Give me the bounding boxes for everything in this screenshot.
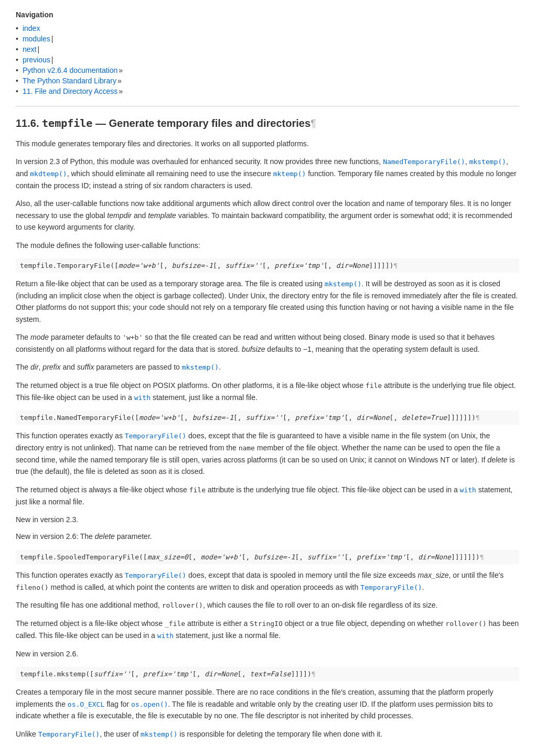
func-sig-temporaryfile: tempfile.TemporaryFile([mode='w+b'[, buf…: [16, 258, 519, 273]
link-mktemp[interactable]: mktemp(): [273, 169, 306, 178]
section-divider: [16, 106, 519, 106]
spooled-para-2: The resulting file has one additional me…: [16, 599, 519, 611]
version-note-26-delete: New in version 2.6: The delete parameter…: [16, 531, 519, 542]
link-temporaryfile-ref1[interactable]: TemporaryFile(): [125, 431, 186, 440]
link-mkstemp-ref3[interactable]: mkstemp(): [141, 730, 177, 738]
nav-link-previous[interactable]: previous: [23, 56, 50, 64]
func-sig-namedtemporaryfile: tempfile.NamedTemporaryFile([mode='w+b'[…: [16, 411, 519, 425]
intro-para-3: Also, all the user-callable functions no…: [16, 198, 519, 233]
link-os-o-excl[interactable]: os.O_EXCL: [68, 700, 104, 708]
link-mkdtemp[interactable]: mkdtemp(): [30, 169, 67, 178]
main-content: 11.6. tempfile — Generate temporary file…: [16, 117, 519, 740]
nav-item-stdlib: The Python Standard Library »: [16, 77, 519, 85]
func-mkstemp: tempfile.mkstemp([suffix=''[, prefix='tm…: [16, 667, 519, 740]
func-sig-spooledtemporaryfile: tempfile.SpooledTemporaryFile([max_size=…: [16, 550, 519, 564]
link-mkstemp[interactable]: mkstemp(): [469, 157, 506, 166]
nav-item-modules: modules |: [16, 35, 519, 43]
mkstemp-para-2: Unlike TemporaryFile(), the user of mkst…: [16, 728, 519, 740]
link-mkstemp-ref1[interactable]: mkstemp(): [325, 279, 361, 288]
nav-link-modules[interactable]: modules: [23, 35, 50, 43]
link-os-open[interactable]: os.open(): [131, 700, 168, 708]
spooled-para-3: The returned object is a file-like objec…: [16, 618, 519, 642]
nav-item-index: index: [16, 24, 519, 33]
mkstemp-para-1: Creates a temporary file in the most sec…: [16, 686, 519, 722]
link-temporaryfile-ref4[interactable]: TemporaryFile(): [38, 730, 100, 738]
func-sig-mkstemp: tempfile.mkstemp([suffix=''[, prefix='tm…: [16, 667, 519, 681]
temporaryfile-para-1: Return a file-like object that can be us…: [16, 278, 519, 325]
func-spooledtemporaryfile: tempfile.SpooledTemporaryFile([max_size=…: [16, 550, 519, 660]
nav-link-python264[interactable]: Python v2.6.4 documentation: [23, 66, 117, 74]
nav-link-next[interactable]: next: [23, 45, 36, 53]
nav-link-fileaccess[interactable]: 11. File and Directory Access: [23, 87, 117, 95]
nav-item-fileaccess: 11. File and Directory Access »: [16, 87, 519, 95]
nav-link-stdlib[interactable]: The Python Standard Library: [23, 77, 116, 85]
func-temporaryfile: tempfile.TemporaryFile([mode='w+b'[, buf…: [16, 258, 519, 404]
func-namedtemporaryfile: tempfile.NamedTemporaryFile([mode='w+b'[…: [16, 411, 519, 542]
link-namedtemporaryfile[interactable]: NamedTemporaryFile(): [383, 157, 465, 166]
link-temporaryfile-ref3[interactable]: TemporaryFile(): [360, 583, 422, 591]
link-with-ref1[interactable]: with: [134, 393, 151, 402]
nav-item-next: next |: [16, 45, 519, 53]
temporaryfile-para-2: The mode parameter defaults to 'w+b' so …: [16, 331, 519, 355]
namedtemporaryfile-para-1: This function operates exactly as Tempor…: [16, 430, 519, 477]
link-with-ref3[interactable]: with: [157, 631, 174, 640]
temporaryfile-para-4: The returned object is a true file objec…: [16, 380, 519, 404]
link-temporaryfile-ref2[interactable]: TemporaryFile(): [125, 571, 186, 579]
intro-para-2: In version 2.3 of Python, this module wa…: [16, 156, 519, 191]
temporaryfile-para-3: The dir, prefix and suffix parameters ar…: [16, 361, 519, 373]
nav-item-previous: previous |: [16, 56, 519, 64]
link-with-ref2[interactable]: with: [460, 485, 476, 494]
nav-section: Navigation index modules | next | previo…: [16, 10, 519, 95]
nav-link-index[interactable]: index: [23, 24, 40, 33]
spooled-para-1: This function operates exactly as Tempor…: [16, 569, 519, 593]
nav-item-python264: Python v2.6.4 documentation »: [16, 66, 519, 74]
intro-para-1: This module generates temporary files an…: [16, 138, 519, 149]
link-mkstemp-ref2[interactable]: mkstemp(): [182, 363, 219, 371]
nav-title: Navigation: [16, 10, 519, 19]
namedtemporaryfile-para-2: The returned object is always a file-lik…: [16, 484, 519, 507]
page-title: 11.6. tempfile — Generate temporary file…: [16, 117, 519, 129]
version-note-26-spooled: New in version 2.6.: [16, 648, 519, 660]
version-note-23: New in version 2.3.: [16, 514, 519, 525]
intro-para-4: The module defines the following user-ca…: [16, 240, 519, 251]
nav-list: index modules | next | previous | Python…: [16, 24, 519, 95]
